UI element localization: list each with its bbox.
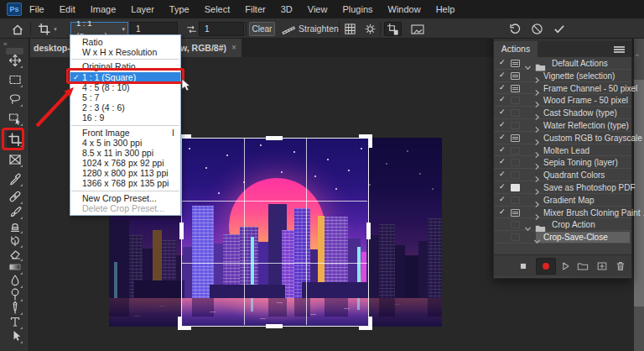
move-tool[interactable] — [7, 52, 23, 69]
menu-item-delete-crop-preset[interactable]: Delete Crop Preset... — [70, 203, 180, 213]
menu-item-16-9[interactable]: 16 : 9 — [70, 113, 180, 123]
action-quadrant-colors[interactable]: ✓Quadrant Colors — [494, 169, 631, 181]
tab-close-icon[interactable]: × — [231, 43, 236, 52]
item-enabled-check[interactable]: ✓ — [499, 145, 506, 154]
crop-bounding-box[interactable] — [181, 138, 369, 327]
cancel-crop-icon[interactable] — [529, 22, 544, 36]
crop-handle-top[interactable] — [266, 136, 283, 140]
dialog-toggle-icon[interactable] — [511, 147, 520, 155]
item-enabled-check[interactable]: ✓ — [499, 182, 506, 191]
marquee-tool[interactable] — [7, 71, 23, 88]
object-select-tool[interactable] — [7, 110, 23, 127]
item-enabled-check[interactable]: ✓ — [499, 195, 506, 203]
item-enabled-check[interactable]: ✓ — [499, 120, 506, 128]
panel-menu-icon[interactable] — [614, 46, 625, 53]
item-enabled-check[interactable]: ✓ — [499, 207, 506, 216]
panel-dock-strip[interactable]: ^ — [634, 32, 644, 351]
crop-overlay-options-icon[interactable] — [342, 22, 357, 36]
item-enabled-check[interactable]: ✓ — [499, 95, 506, 103]
action-custom-rgb-to-grayscale[interactable]: ✓Custom RGB to Grayscale — [494, 132, 631, 144]
chevron-down-icon[interactable] — [533, 233, 541, 249]
action-frame-channel-50-pixel[interactable]: ✓Frame Channel - 50 pixel — [494, 82, 631, 95]
dialog-toggle-icon[interactable] — [511, 122, 520, 129]
menu-item-1024-x-768-px-92-ppi[interactable]: 1024 x 768 px 92 ppi — [70, 158, 180, 168]
menu-item-w-x-h-x-resolution[interactable]: W x H x Resolution — [70, 47, 180, 57]
menu-item-ratio[interactable]: Ratio — [70, 37, 180, 47]
action-set-crop-action[interactable]: Crop Action — [494, 218, 631, 231]
play-button[interactable] — [558, 259, 573, 273]
reset-crop-icon[interactable] — [507, 22, 522, 36]
crop-handle-bottom-right[interactable] — [369, 317, 373, 330]
menu-edit[interactable]: Edit — [52, 0, 83, 18]
menu-item-2-3-4-6[interactable]: 2 : 3 (4 : 6) — [70, 102, 180, 113]
action-vignette-selection[interactable]: ✓Vignette (selection) — [494, 70, 631, 82]
item-enabled-check[interactable]: ✓ — [499, 58, 506, 66]
dialog-toggle-icon[interactable] — [511, 221, 520, 228]
dialog-toggle-icon[interactable] — [511, 233, 520, 241]
dialog-toggle-icon[interactable] — [511, 209, 520, 217]
action-cast-shadow-type[interactable]: ✓Cast Shadow (type) — [494, 107, 631, 119]
action-gradient-map[interactable]: ✓Gradient Map — [494, 194, 631, 207]
item-enabled-check[interactable]: ✓ — [499, 71, 506, 79]
panel-resize-grip[interactable]: ····· — [494, 275, 631, 279]
new-action-button[interactable] — [595, 259, 610, 273]
crop-handle-left[interactable] — [179, 223, 184, 239]
dialog-toggle-icon[interactable] — [511, 60, 520, 67]
new-set-button[interactable] — [575, 259, 590, 273]
dialog-toggle-icon[interactable] — [511, 134, 520, 142]
content-aware-icon[interactable] — [408, 22, 426, 36]
straighten-icon[interactable] — [281, 22, 296, 36]
menu-item-8-5-x-11-in-300-ppi[interactable]: 8.5 x 11 in 300 ppi — [70, 148, 180, 158]
dialog-toggle-icon[interactable] — [511, 196, 520, 204]
menu-item-4-x-5-in-300-ppi[interactable]: 4 x 5 in 300 ppi — [70, 138, 180, 148]
menu-file[interactable]: File — [22, 0, 52, 18]
dialog-toggle-icon[interactable] — [511, 184, 520, 191]
dialog-toggle-icon[interactable] — [511, 159, 520, 166]
swap-width-height-icon[interactable] — [184, 22, 199, 36]
eyedropper-tool[interactable] — [7, 170, 23, 187]
menu-item-1366-x-768-px-135-ppi[interactable]: 1366 x 768 px 135 ppi — [70, 178, 180, 188]
menu-filter[interactable]: Filter — [237, 0, 273, 18]
dialog-toggle-icon[interactable] — [511, 171, 520, 179]
menu-layer[interactable]: Layer — [123, 0, 162, 18]
menu-image[interactable]: Image — [83, 0, 124, 18]
commit-crop-icon[interactable] — [552, 22, 567, 36]
straighten-label[interactable]: Straighten — [299, 24, 339, 34]
record-button[interactable] — [536, 258, 556, 275]
item-enabled-check[interactable]: ✓ — [499, 133, 506, 141]
action-mixer-brush-cloning-paint[interactable]: ✓Mixer Brush Cloning Paint ... — [494, 207, 631, 219]
menu-item-1280-x-800-px-113-ppi[interactable]: 1280 x 800 px 113 ppi — [70, 168, 180, 178]
crop-handle-top-right[interactable] — [369, 134, 373, 148]
chevron-down-icon[interactable]: ▾ — [51, 22, 60, 36]
lasso-tool[interactable] — [7, 91, 23, 107]
item-enabled-check[interactable]: ✓ — [499, 83, 506, 92]
action-set-default-actions[interactable]: ✓Default Actions — [494, 57, 631, 70]
toolbar-collapse-icon[interactable]: » — [3, 40, 8, 48]
menu-item-new-crop-preset[interactable]: New Crop Preset... — [70, 193, 180, 203]
clear-button[interactable]: Clear — [249, 22, 275, 36]
item-enabled-check[interactable]: ✓ — [499, 157, 506, 165]
action-water-reflection-type[interactable]: ✓Water Reflection (type) — [494, 119, 631, 132]
crop-height-input[interactable]: 1 — [199, 22, 244, 36]
path-select-tool[interactable] — [7, 327, 23, 344]
tab-actions[interactable]: Actions — [494, 41, 538, 57]
menu-type[interactable]: Type — [162, 0, 197, 18]
crop-handle-bottom[interactable] — [266, 324, 283, 328]
menu-select[interactable]: Select — [197, 0, 238, 18]
healing-brush-tool[interactable] — [7, 188, 23, 205]
menu-window[interactable]: Window — [381, 0, 428, 18]
crop-handle-bottom-left[interactable] — [178, 317, 182, 330]
dialog-toggle-icon[interactable] — [511, 109, 520, 117]
menu-item-front-image[interactable]: Front ImageI — [70, 128, 180, 138]
dock-scroll-up-icon[interactable]: ^ — [636, 52, 639, 60]
action-molten-lead[interactable]: ✓Molten Lead — [494, 144, 631, 157]
menu-item-5-7[interactable]: 5 : 7 — [70, 92, 180, 102]
item-enabled-check[interactable]: ✓ — [499, 107, 506, 116]
crop-tool-options-icon[interactable] — [36, 22, 51, 36]
action-sepia-toning-layer[interactable]: ✓Sepia Toning (layer) — [494, 156, 631, 169]
dialog-toggle-icon[interactable] — [511, 97, 520, 104]
delete-cropped-pixels-toggle[interactable] — [384, 22, 402, 36]
stop-button[interactable] — [516, 259, 531, 273]
dialog-toggle-icon[interactable] — [511, 85, 520, 92]
menu-help[interactable]: Help — [428, 0, 463, 18]
